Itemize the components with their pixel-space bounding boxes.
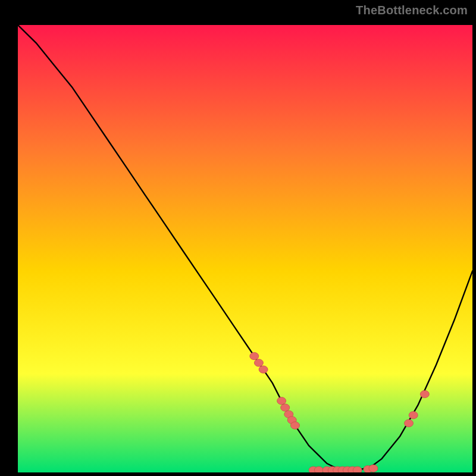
data-marker xyxy=(250,352,259,359)
data-marker xyxy=(405,419,414,427)
data-marker xyxy=(259,366,268,373)
data-marker xyxy=(254,359,263,367)
data-marker xyxy=(353,466,362,472)
data-marker xyxy=(277,397,286,405)
data-marker xyxy=(291,422,300,429)
chart-frame xyxy=(7,7,469,469)
data-marker xyxy=(281,404,290,411)
data-marker xyxy=(420,390,429,397)
data-marker xyxy=(369,465,378,472)
gradient-bg xyxy=(18,25,472,472)
watermark-text: TheBottleneck.com xyxy=(356,4,468,17)
chart-svg xyxy=(18,25,472,472)
chart-plot-area xyxy=(18,25,472,472)
data-marker xyxy=(409,412,418,419)
data-marker xyxy=(314,466,323,472)
